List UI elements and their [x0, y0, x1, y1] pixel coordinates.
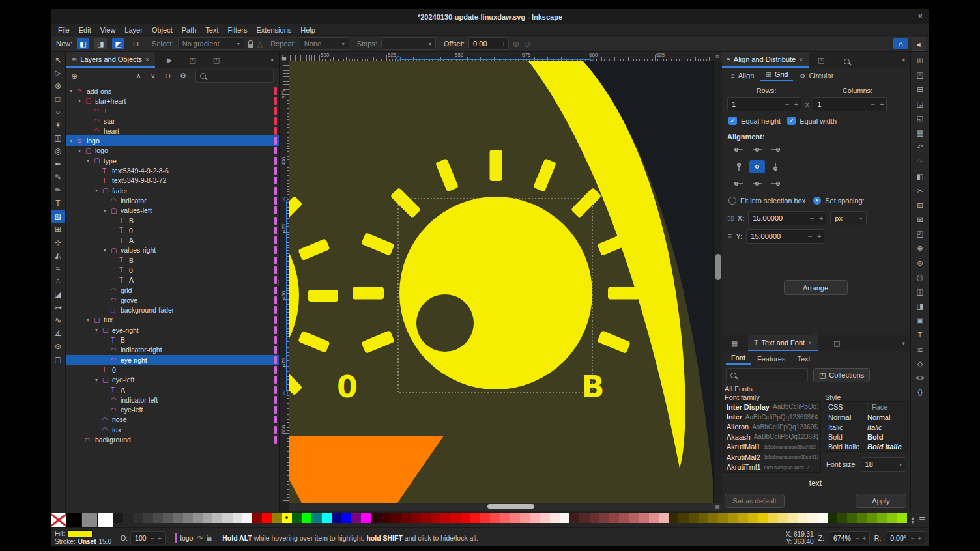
- palette-swatch[interactable]: [887, 513, 897, 523]
- cmd-text-dialog-icon[interactable]: T: [918, 331, 923, 341]
- palette-swatch[interactable]: [470, 513, 480, 523]
- add-layer-icon[interactable]: ⊕: [71, 72, 78, 81]
- opacity-increment[interactable]: +: [156, 534, 164, 542]
- palette-swatch[interactable]: [490, 513, 500, 523]
- style-normal[interactable]: NormalNormal: [824, 412, 907, 422]
- layers-search-input[interactable]: [195, 70, 274, 83]
- tool-pencil[interactable]: ✎: [51, 171, 65, 184]
- palette-swatch[interactable]: [837, 513, 847, 523]
- tree-item-logo[interactable]: ▾▢logo: [66, 146, 279, 156]
- offset-increment[interactable]: +: [500, 40, 508, 48]
- tool-dropper[interactable]: ⊹: [51, 236, 65, 249]
- palette-swatch[interactable]: [768, 513, 777, 523]
- palette-swatch[interactable]: [877, 513, 887, 523]
- stops-dropdown[interactable]: ▾: [381, 37, 436, 50]
- anchor-0[interactable]: [731, 145, 747, 158]
- palette-swatch[interactable]: [203, 513, 212, 523]
- linear-gradient-button[interactable]: ◧: [76, 37, 90, 50]
- close-icon[interactable]: ×: [917, 11, 923, 21]
- palette-swatch[interactable]: [778, 513, 788, 523]
- tool-rectangle[interactable]: □: [51, 92, 65, 106]
- tool-tweak[interactable]: ≈: [51, 262, 65, 275]
- cmd-new-document-icon[interactable]: ⊞: [917, 56, 923, 66]
- palette-scroll-down-icon[interactable]: ▼: [910, 520, 915, 524]
- palette-swatch[interactable]: [163, 513, 173, 523]
- tool-node-editor[interactable]: ▷: [51, 66, 65, 79]
- rows-spinner[interactable]: 1 − +: [727, 97, 801, 111]
- tree-item-type[interactable]: ▾▢type: [66, 156, 279, 165]
- menu-file[interactable]: File: [53, 26, 74, 34]
- tool-measure[interactable]: ∡: [51, 327, 65, 340]
- tool-paint-bucket[interactable]: ◭: [51, 249, 65, 262]
- offset-decrement[interactable]: −: [491, 40, 500, 48]
- radial-gradient-button[interactable]: ◨: [94, 37, 108, 50]
- palette-swatch[interactable]: [500, 513, 510, 523]
- palette-swatch[interactable]: [599, 513, 609, 523]
- snap-toggle-button[interactable]: ∩: [893, 38, 908, 49]
- cmd-undo-icon[interactable]: ↶: [917, 143, 923, 152]
- document-tab-icon[interactable]: ◳: [189, 56, 195, 64]
- tree-item-values-left[interactable]: ▾▢values-left: [66, 206, 279, 216]
- tree-item-heart[interactable]: ◠heart: [66, 126, 279, 135]
- unit-dropdown[interactable]: px ▾: [830, 211, 867, 225]
- rotation-decrement[interactable]: −: [909, 534, 916, 542]
- tree-item-A[interactable]: TA: [66, 235, 279, 245]
- palette-swatch[interactable]: [649, 513, 659, 523]
- palette-swatch[interactable]: [530, 513, 540, 523]
- tree-item-0[interactable]: T0: [66, 365, 279, 374]
- style-bold-italic[interactable]: Bold ItalicBold Italic: [824, 442, 907, 451]
- tool-star[interactable]: ✶: [51, 119, 65, 132]
- cmd-zoom-drawing-icon[interactable]: ◰: [917, 229, 924, 239]
- palette-swatch[interactable]: [421, 513, 431, 523]
- tree-item-A[interactable]: TA: [66, 276, 279, 285]
- menu-path[interactable]: Path: [177, 26, 201, 34]
- black-swatch[interactable]: [66, 513, 82, 527]
- menu-help[interactable]: Help: [296, 26, 320, 34]
- masks-tab-icon[interactable]: ◫: [833, 339, 840, 348]
- tool-calligraphy[interactable]: ✏: [51, 184, 65, 197]
- cmd-find-replace-icon[interactable]: {}: [917, 388, 923, 398]
- collapse-toolbar-button[interactable]: ◀: [912, 38, 925, 51]
- palette-swatch[interactable]: [510, 513, 520, 523]
- tree-item-A[interactable]: TA: [66, 385, 279, 395]
- gray-swatch[interactable]: [82, 513, 98, 527]
- swap-panel-icon[interactable]: ◳: [818, 56, 824, 64]
- tree-item-indicator-left[interactable]: ◠indicator-left: [66, 395, 279, 404]
- palette-swatch[interactable]: [828, 513, 837, 523]
- fill-stroke-indicator[interactable]: Fill: Stroke: Unset 15.0: [55, 530, 111, 545]
- tool-text[interactable]: T: [51, 197, 65, 210]
- tree-item-indicator-right[interactable]: ◠indicator-right: [66, 345, 279, 355]
- swatches-tab-icon[interactable]: ▦: [721, 339, 748, 348]
- dock-menu-chevron-icon[interactable]: ▾: [902, 57, 906, 63]
- fill-color-swatch[interactable]: [68, 530, 93, 537]
- equal-height-checkbox[interactable]: Equal height: [728, 117, 781, 125]
- palette-menu-icon[interactable]: ☰: [919, 516, 925, 524]
- cmd-layers-dialog-icon[interactable]: ≋: [917, 345, 923, 355]
- ruler-origin-lock[interactable]: [280, 52, 289, 62]
- cmd-xml-editor-icon[interactable]: <>: [915, 374, 924, 384]
- add-stop-icon[interactable]: ⊕: [513, 39, 520, 49]
- tool-lpe-tool[interactable]: ∿: [51, 314, 65, 327]
- tree-item-B[interactable]: TB: [66, 335, 279, 345]
- cmd-redo-icon[interactable]: ↷: [917, 157, 923, 167]
- vertical-scrollbar[interactable]: [713, 61, 722, 503]
- tree-item-B[interactable]: TB: [66, 255, 279, 265]
- rows-decrement[interactable]: −: [783, 100, 792, 108]
- tree-item-text5349-4-9-2-8-6[interactable]: Ttext5349-4-9-2-8-6: [66, 165, 279, 175]
- cmd-duplicate-icon[interactable]: ◎: [917, 273, 923, 283]
- cmd-copy-icon[interactable]: ◧: [917, 172, 924, 182]
- cmd-unlink-clone-icon[interactable]: ◨: [917, 302, 924, 311]
- cmd-cut-icon[interactable]: ✂: [917, 186, 923, 196]
- anchor-1[interactable]: [749, 145, 765, 158]
- tree-item-tux[interactable]: ◠tux: [66, 425, 279, 434]
- tool-selector[interactable]: ↖: [51, 53, 65, 66]
- menu-view[interactable]: View: [96, 26, 121, 34]
- set-spacing-radio[interactable]: Set spacing:: [813, 197, 865, 205]
- palette-swatch[interactable]: [520, 513, 530, 523]
- palette-swatch[interactable]: [173, 513, 182, 523]
- anchor-3[interactable]: [731, 160, 747, 173]
- columns-spinner[interactable]: 1 − +: [813, 97, 887, 111]
- expander-icon[interactable]: ▾: [87, 317, 94, 323]
- search-icon[interactable]: [844, 59, 850, 64]
- display-mode-icon[interactable]: ⧉: [713, 52, 721, 61]
